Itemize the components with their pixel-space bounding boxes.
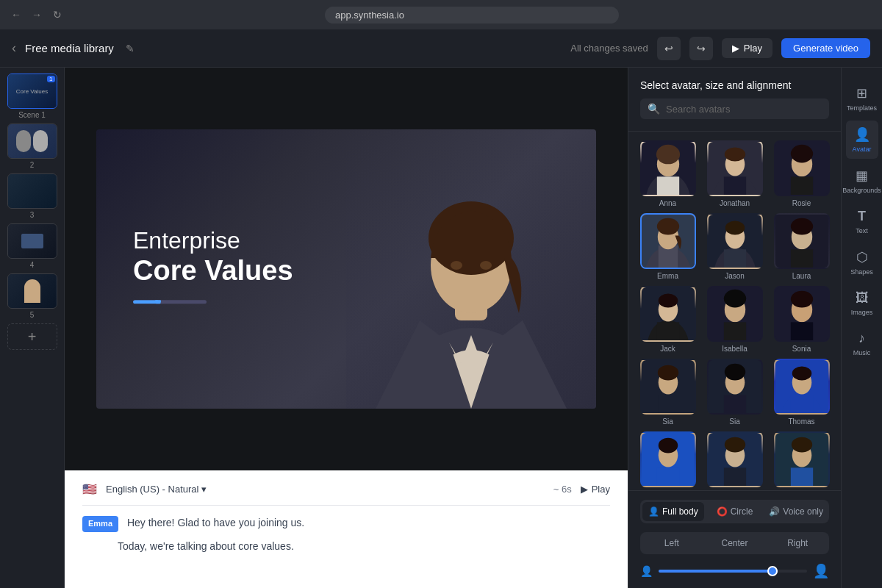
svg-point-71 (791, 437, 811, 453)
scene-4-thumb[interactable] (7, 223, 57, 259)
scenes-panel: Core Values 1 Scene 1 2 3 (0, 68, 65, 588)
avatar-panel-title: Select avatar, size and alignment (640, 79, 829, 91)
refresh-btn[interactable]: ↻ (50, 7, 65, 22)
language-selector[interactable]: English (US) - Natural ▾ (106, 484, 207, 495)
script-line-2[interactable]: Today, we're talking about core values. (82, 538, 610, 554)
play-button[interactable]: ▶ Play (722, 38, 772, 58)
avatar-card-row4a[interactable] (637, 431, 698, 490)
forward-btn[interactable]: → (29, 7, 44, 22)
scene-4-item[interactable]: 4 (7, 223, 57, 269)
scene-1-label: Scene 1 (18, 111, 46, 119)
chevron-down-icon: ▾ (201, 484, 207, 495)
svg-point-63 (658, 438, 678, 453)
svg-rect-11 (656, 176, 678, 195)
scene-3-item[interactable]: 3 (7, 173, 57, 219)
avatar-img-row4b (707, 431, 763, 487)
avatar-card-row4c[interactable] (771, 431, 832, 490)
sidebar-item-images[interactable]: 🖼 Images (846, 284, 878, 322)
avatar-card-rosie[interactable]: Rosie (771, 140, 832, 207)
svg-rect-43 (723, 322, 745, 340)
back-icon[interactable]: ‹ (12, 40, 16, 56)
size-slider[interactable] (659, 570, 807, 573)
sidebar-item-music[interactable]: ♪ Music (846, 325, 878, 362)
align-right-button[interactable]: Right (766, 532, 829, 554)
avatar-card-laura[interactable]: Laura (771, 213, 832, 280)
add-scene-button[interactable]: + (7, 323, 57, 350)
avatar-img-row4a (640, 431, 696, 487)
align-center-button[interactable]: Center (703, 532, 767, 554)
size-small-icon: 👤 (640, 565, 653, 577)
sidebar-item-avatar[interactable]: 👤 Avatar (846, 121, 878, 159)
avatar-card-sia2[interactable]: Sia (704, 359, 765, 426)
avatar-controls: 👤 Full body ⭕ Circle 🔊 Voice only Left C… (628, 490, 841, 588)
scene-5-thumb[interactable] (7, 273, 57, 309)
avatar-img-anna (640, 140, 696, 196)
svg-point-19 (790, 145, 812, 163)
scene-1-item[interactable]: Core Values 1 Scene 1 (7, 74, 57, 119)
tab-voice-only[interactable]: 🔊 Voice only (765, 502, 827, 521)
avatar-card-sonia[interactable]: Sonia (771, 286, 832, 353)
svg-point-67 (724, 437, 745, 453)
script-panel: 🇺🇸 English (US) - Natural ▾ ~ 6s ▶ Play … (65, 470, 628, 588)
redo-button[interactable]: ↪ (689, 37, 713, 60)
sidebar-item-templates[interactable]: ⊞ Templates (846, 79, 878, 118)
scene-3-thumb[interactable] (7, 173, 57, 209)
address-bar[interactable]: app.synthesia.io (325, 7, 619, 24)
video-progress-fill (133, 300, 159, 304)
avatar-name-sonia: Sonia (792, 345, 811, 353)
avatar-card-anna[interactable]: Anna (637, 140, 698, 207)
avatar-img-emma (640, 213, 696, 269)
edit-title-icon[interactable]: ✎ (126, 43, 135, 54)
align-left-button[interactable]: Left (640, 532, 703, 554)
avatar-card-emma[interactable]: Emma (637, 213, 698, 280)
backgrounds-icon: ▦ (856, 168, 868, 184)
video-title-bold: Core Values (133, 255, 293, 289)
avatar-name-jack: Jack (660, 345, 675, 353)
avatar-card-thomas[interactable]: Thomas (771, 359, 832, 426)
scene-1-thumb[interactable]: Core Values 1 (7, 74, 57, 109)
avatar-img-isabella (707, 286, 763, 342)
svg-rect-64 (656, 467, 678, 486)
script-duration: ~ 6s (553, 484, 572, 495)
avatar-img-laura (774, 213, 830, 269)
avatar-card-jason[interactable]: Jason (704, 213, 765, 280)
scene-3-label: 3 (30, 211, 35, 219)
avatar-card-jack[interactable]: Jack (637, 286, 698, 353)
undo-button[interactable]: ↩ (657, 37, 681, 60)
avatar-card-sia1[interactable]: Sia (637, 359, 698, 426)
scene-2-label: 2 (30, 161, 35, 169)
avatar-card-jonathan[interactable]: Jonathan (704, 140, 765, 207)
size-slider-row: 👤 👤 (640, 563, 829, 579)
scene-2-item[interactable]: 2 (7, 123, 57, 169)
avatar-search-input[interactable] (666, 104, 822, 115)
tab-full-body[interactable]: 👤 Full body (642, 502, 704, 521)
sidebar-item-shapes[interactable]: ⬡ Shapes (846, 243, 878, 282)
shapes-icon: ⬡ (856, 249, 868, 265)
avatar-name-badge: Emma (82, 516, 118, 532)
browser-chrome: ← → ↻ app.synthesia.io (0, 0, 882, 29)
scene-2-thumb[interactable] (7, 123, 57, 159)
svg-point-38 (658, 294, 678, 308)
video-frame: Enterprise Core Values (96, 129, 596, 409)
avatar-card-row4b[interactable] (704, 431, 765, 490)
canvas-area: Enterprise Core Values (65, 68, 628, 588)
svg-rect-30 (723, 249, 745, 268)
play-script-button[interactable]: ▶ Play (581, 484, 610, 495)
video-progress-bar (133, 300, 207, 304)
sidebar-item-text[interactable]: T Text (846, 203, 878, 240)
tab-circle[interactable]: ⭕ Circle (704, 502, 766, 521)
app-body: Core Values 1 Scene 1 2 3 (0, 68, 882, 588)
generate-video-button[interactable]: Generate video (781, 38, 870, 58)
avatar-name-anna: Anna (659, 199, 676, 207)
svg-point-46 (790, 291, 812, 308)
size-slider-thumb[interactable] (767, 566, 778, 576)
scene-5-label: 5 (30, 311, 35, 319)
scene-5-item[interactable]: 5 (7, 273, 57, 319)
sidebar-item-backgrounds[interactable]: ▦ Backgrounds (846, 162, 878, 200)
avatar-name-rosie: Rosie (792, 199, 811, 207)
back-btn[interactable]: ← (9, 7, 24, 22)
avatar-img-sonia (774, 286, 830, 342)
avatar-panel-header: Select avatar, size and alignment 🔍 (628, 68, 841, 132)
language-flag: 🇺🇸 (82, 482, 97, 496)
avatar-card-isabella[interactable]: Isabella (704, 286, 765, 353)
